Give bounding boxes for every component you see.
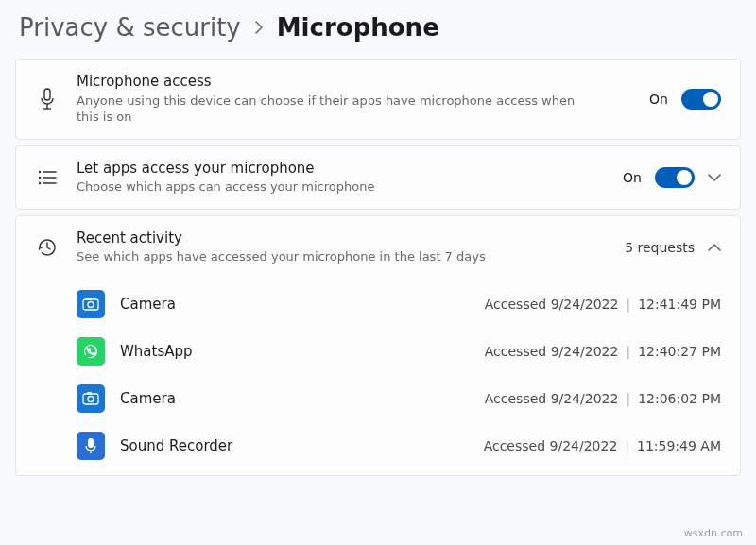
breadcrumb-parent[interactable]: Privacy & security	[19, 13, 241, 42]
microphone-icon	[35, 88, 60, 111]
setting-let-apps-access[interactable]: Let apps access your microphone Choose w…	[15, 145, 741, 210]
camera-app-icon	[77, 290, 105, 318]
svg-rect-9	[87, 298, 92, 300]
app-access-time: Accessed 9/24/2022 | 12:06:02 PM	[485, 391, 721, 406]
toggle-state-label: On	[649, 92, 668, 107]
camera-app-icon	[77, 384, 105, 413]
svg-rect-0	[44, 89, 50, 100]
app-name: WhatsApp	[120, 343, 470, 360]
app-access-time: Accessed 9/24/2022 | 12:41:49 PM	[485, 297, 721, 312]
svg-rect-13	[87, 392, 92, 395]
setting-title: Microphone access	[77, 73, 632, 92]
setting-title: Let apps access your microphone	[77, 160, 606, 179]
breadcrumb-current: Microphone	[277, 13, 439, 42]
app-access-time: Accessed 9/24/2022 | 11:59:49 AM	[484, 438, 721, 453]
section-subtitle: See which apps have accessed your microp…	[77, 248, 577, 265]
watermark: wsxdn.com	[684, 527, 743, 539]
let-apps-access-toggle[interactable]	[655, 167, 695, 188]
list-settings-icon	[35, 169, 60, 186]
chevron-down-icon[interactable]	[708, 173, 721, 182]
svg-rect-11	[83, 394, 98, 404]
app-name: Camera	[120, 390, 470, 407]
svg-point-1	[39, 170, 41, 172]
sound-recorder-app-icon	[77, 432, 105, 460]
svg-rect-7	[83, 299, 98, 310]
app-name: Sound Recorder	[120, 437, 469, 454]
recent-activity-header[interactable]: Recent activity See which apps have acce…	[16, 216, 740, 279]
app-name: Camera	[120, 296, 470, 313]
microphone-access-toggle[interactable]	[681, 89, 721, 110]
svg-point-12	[88, 396, 94, 401]
chevron-right-icon	[254, 16, 264, 39]
section-title: Recent activity	[77, 230, 608, 248]
setting-subtitle: Choose which apps can access your microp…	[77, 179, 577, 196]
requests-count: 5 requests	[625, 240, 695, 255]
svg-point-5	[39, 181, 41, 183]
recent-activity-item[interactable]: WhatsApp Accessed 9/24/2022 | 12:40:27 P…	[16, 328, 740, 375]
svg-point-3	[39, 176, 41, 178]
recent-activity-section: Recent activity See which apps have acce…	[15, 215, 741, 476]
recent-activity-item[interactable]: Camera Accessed 9/24/2022 | 12:06:02 PM	[16, 375, 740, 422]
svg-rect-14	[88, 438, 94, 448]
recent-activity-list: Camera Accessed 9/24/2022 | 12:41:49 PM …	[16, 279, 740, 475]
recent-activity-item[interactable]: Camera Accessed 9/24/2022 | 12:41:49 PM	[16, 281, 740, 328]
chevron-up-icon[interactable]	[708, 243, 721, 252]
app-access-time: Accessed 9/24/2022 | 12:40:27 PM	[485, 344, 721, 359]
recent-activity-item[interactable]: Sound Recorder Accessed 9/24/2022 | 11:5…	[16, 422, 740, 469]
breadcrumb: Privacy & security Microphone	[15, 0, 741, 59]
setting-microphone-access: Microphone access Anyone using this devi…	[15, 59, 741, 140]
setting-subtitle: Anyone using this device can choose if t…	[77, 93, 577, 126]
whatsapp-app-icon	[77, 337, 105, 366]
toggle-state-label: On	[623, 170, 642, 185]
svg-point-8	[88, 301, 94, 307]
history-icon	[35, 237, 60, 258]
